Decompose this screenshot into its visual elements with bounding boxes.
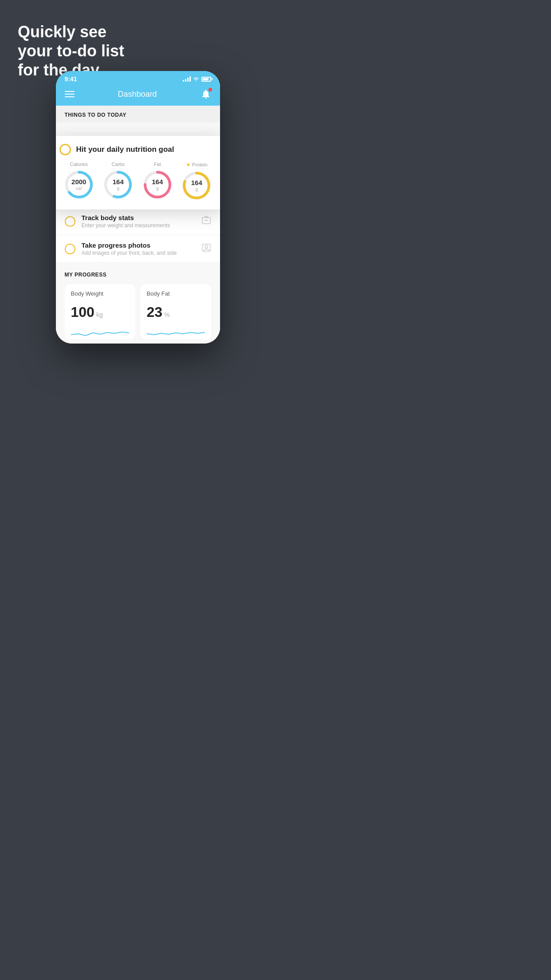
header-title: Dashboard [118, 90, 157, 99]
status-icons [183, 76, 211, 83]
svg-point-10 [205, 245, 208, 248]
app-header: Dashboard [56, 85, 220, 106]
protein-ring: 164 g [181, 170, 212, 201]
notification-dot [209, 88, 212, 91]
progress-cards: Body Weight 100 kg Body Fat 23 [65, 284, 211, 339]
status-bar: 9:41 [56, 71, 220, 85]
fat-label: Fat [154, 162, 161, 167]
wifi-icon [193, 76, 199, 83]
protein-label: ★ Protein [186, 162, 208, 168]
battery-icon [201, 77, 211, 82]
carbs-label: Carbs [112, 162, 125, 167]
nutrition-carbs: Carbs 164 g [103, 162, 133, 200]
body-stats-circle [65, 216, 75, 227]
nutrition-calories: Calories 2000 cal [64, 162, 94, 200]
body-fat-card-title: Body Fat [147, 290, 205, 297]
body-fat-chart [147, 326, 205, 339]
body-fat-card[interactable]: Body Fat 23 % [141, 284, 211, 339]
progress-photos-circle [65, 244, 75, 254]
progress-photos-title: Take progress photos [82, 241, 195, 249]
nutrition-popup-card: Hit your daily nutrition goal Calories [56, 136, 220, 209]
body-weight-card-title: Body Weight [71, 290, 129, 297]
app-content: THINGS TO DO TODAY Hit your daily nutrit… [56, 106, 220, 344]
todo-item-progress-photos[interactable]: Take progress photos Add images of your … [56, 235, 220, 263]
star-icon: ★ [186, 162, 191, 168]
body-stats-text: Track body stats Enter your weight and m… [82, 214, 195, 229]
fat-ring: 164 g [142, 170, 173, 200]
signal-bars-icon [183, 76, 191, 82]
body-fat-value-row: 23 % [147, 304, 205, 320]
progress-photos-subtitle: Add images of your front, back, and side [82, 250, 195, 256]
progress-section: MY PROGRESS Body Weight 100 kg [56, 263, 220, 344]
calories-label: Calories [70, 162, 88, 167]
status-time: 9:41 [65, 75, 77, 83]
progress-photos-text: Take progress photos Add images of your … [82, 241, 195, 256]
things-section-header: THINGS TO DO TODAY [56, 106, 220, 122]
body-fat-value: 23 [147, 304, 163, 320]
body-stats-title: Track body stats [82, 214, 195, 221]
scale-icon [201, 216, 211, 227]
person-icon [201, 243, 211, 254]
nutrition-goal-title: Hit your daily nutrition goal [76, 145, 174, 154]
body-weight-value: 100 [71, 304, 94, 320]
body-weight-unit: kg [96, 311, 103, 318]
nutrition-fat: Fat 164 g [142, 162, 173, 200]
body-weight-chart [71, 326, 129, 339]
body-weight-value-row: 100 kg [71, 304, 129, 320]
body-weight-card[interactable]: Body Weight 100 kg [65, 284, 135, 339]
todo-item-body-stats[interactable]: Track body stats Enter your weight and m… [56, 208, 220, 235]
nutrition-grid: Calories 2000 cal [59, 162, 216, 201]
body-stats-subtitle: Enter your weight and measurements [82, 222, 195, 229]
phone-mockup: 9:41 Dashboard [56, 71, 220, 344]
carbs-ring: 164 g [103, 170, 133, 200]
notification-bell-icon[interactable] [201, 89, 211, 99]
nutrition-check-circle[interactable] [59, 144, 71, 155]
nutrition-protein: ★ Protein 164 g [181, 162, 212, 201]
hamburger-menu[interactable] [65, 91, 75, 97]
progress-section-title: MY PROGRESS [65, 272, 211, 278]
calories-ring: 2000 cal [64, 170, 94, 200]
body-fat-unit: % [164, 311, 169, 318]
